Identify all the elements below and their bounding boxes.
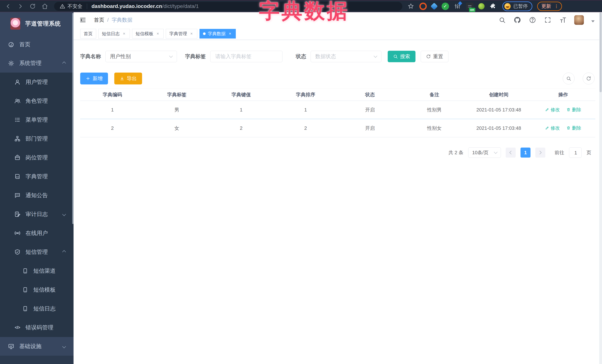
bookmark-star-icon[interactable] (407, 3, 415, 10)
scrollbar-thumb[interactable] (600, 13, 602, 92)
warning-icon (60, 3, 65, 9)
export-button-label: 导出 (127, 75, 137, 82)
extension-on-switch-icon[interactable]: on (466, 3, 473, 10)
sidebar-item-dict-mgmt[interactable]: 字典管理 (0, 167, 74, 186)
close-icon[interactable]: × (122, 31, 126, 36)
dict-label-input[interactable] (215, 53, 278, 60)
current-page[interactable]: 1 (520, 147, 530, 157)
add-button[interactable]: 新增 (80, 73, 108, 84)
tab-dict-mgmt[interactable]: 字典管理 × (166, 29, 197, 39)
security-label: 不安全 (67, 3, 82, 10)
download-icon (120, 76, 124, 81)
close-icon[interactable]: × (189, 31, 194, 36)
hide-search-button[interactable] (563, 73, 575, 84)
sidebar-item-sms-template[interactable]: 短信模板 (0, 280, 74, 299)
sidebar-item-label: 通知公告 (26, 192, 48, 199)
breadcrumb-current: 字典数据 (112, 16, 132, 23)
close-icon[interactable]: × (156, 31, 160, 36)
export-button[interactable]: 导出 (114, 73, 142, 84)
sidebar-item-label: 角色管理 (26, 97, 48, 105)
prev-page-button[interactable] (506, 147, 516, 157)
close-icon[interactable]: × (228, 31, 232, 36)
sidebar-item-dept-mgmt[interactable]: 部门管理 (0, 129, 74, 148)
edit-link[interactable]: 修改 (545, 125, 560, 131)
sidebar-item-user-mgmt[interactable]: 用户管理 (0, 73, 74, 92)
user-avatar[interactable] (574, 15, 584, 25)
security-status[interactable]: 不安全 (60, 3, 82, 10)
search-icon[interactable] (498, 16, 506, 24)
status-select[interactable]: 数据状态 (311, 51, 381, 62)
sidebar-item-role-mgmt[interactable]: 角色管理 (0, 92, 74, 110)
tab-sms-template[interactable]: 短信模板 × (132, 29, 163, 39)
sidebar-collapse-button[interactable] (79, 16, 87, 24)
sidebar-item-label: 字典管理 (26, 173, 48, 180)
chevron-up-icon (62, 250, 66, 254)
system-submenu: 用户管理 角色管理 菜单管理 (0, 73, 74, 337)
cell-code: 2 (80, 119, 145, 137)
browser-reload-button[interactable] (29, 2, 37, 10)
help-icon[interactable] (529, 16, 537, 24)
breadcrumb-home[interactable]: 首页 (94, 16, 104, 23)
browser-update-button[interactable]: 更新 (537, 2, 562, 11)
sidebar-item-post-mgmt[interactable]: 岗位管理 (0, 148, 74, 167)
address-bar[interactable]: 不安全 dashboard.yudao.iocoder.cn/dict/type… (54, 2, 402, 11)
tab-sms-log[interactable]: 短信日志 × (98, 29, 130, 39)
sidebar-item-sms-mgmt[interactable]: 短信管理 (0, 242, 74, 261)
sidebar-item-sms-log[interactable]: 短信日志 (0, 299, 74, 318)
sidebar-item-sms-channel[interactable]: 短信渠道 (0, 261, 74, 280)
app-title: 芋道管理系统 (25, 20, 61, 28)
goto-page-input[interactable] (569, 147, 582, 158)
next-page-button[interactable] (535, 147, 545, 157)
reset-button[interactable]: 重置 (421, 51, 448, 62)
dict-data-table: 字典编码 字典标签 字典键值 字典排序 状态 备注 创建时间 操作 1 (80, 89, 595, 137)
search-button-label: 搜索 (400, 53, 410, 60)
fullscreen-icon[interactable] (544, 16, 552, 24)
page-size-select[interactable]: 10条/页 (468, 147, 501, 158)
browser-back-button[interactable] (4, 2, 12, 10)
sidebar-item-online-users[interactable]: 在线用户 (0, 224, 74, 242)
profile-paused-chip[interactable]: 已暂停 (502, 1, 532, 11)
kebab-menu-icon[interactable] (554, 4, 559, 9)
tab-home[interactable]: 首页 (80, 29, 96, 39)
extensions-puzzle-icon[interactable] (489, 3, 497, 10)
page-scrollbar[interactable] (599, 12, 602, 364)
extension-green-check-icon[interactable]: ✓ (441, 3, 449, 10)
chevron-down-icon (169, 54, 173, 58)
url-text: dashboard.yudao.iocoder.cn/dict/type/dat… (92, 3, 199, 9)
cell-remark: 性别男 (402, 101, 467, 119)
tab-dict-data[interactable]: 字典数据 × (200, 29, 236, 39)
table-row[interactable]: 2 女 2 2 开启 性别女 2021-01-05 17:03:48 修改 (80, 119, 595, 137)
sidebar-item-system[interactable]: 系统管理 (0, 54, 74, 73)
cell-actions: 修改 删除 (531, 119, 595, 137)
extension-blue-gem-icon[interactable] (430, 3, 438, 10)
extension-green-sprout-icon[interactable] (478, 3, 484, 10)
table-row[interactable]: 1 男 1 1 开启 性别男 2021-01-05 17:03:48 修改 (80, 101, 595, 119)
app-logo-row[interactable]: 芋道管理系统 (0, 12, 74, 35)
caret-down-icon[interactable] (591, 20, 595, 22)
github-icon[interactable] (514, 16, 521, 24)
dict-name-select[interactable]: 用户性别 (105, 51, 177, 62)
font-size-icon[interactable] (559, 16, 567, 24)
refresh-table-button[interactable] (583, 73, 595, 84)
delete-link[interactable]: 删除 (566, 107, 581, 113)
browser-forward-button[interactable] (16, 2, 24, 10)
extension-sliders-icon[interactable] (454, 3, 461, 10)
sidebar-item-error-code[interactable]: </> 错误码管理 (0, 318, 74, 337)
search-button[interactable]: 搜索 (388, 51, 416, 62)
sidebar-item-audit-log[interactable]: 审计日志 (0, 205, 74, 224)
url-path: /dict/type/data/1 (162, 3, 199, 9)
sidebar-item-infrastructure[interactable]: 基础设施 (0, 337, 74, 356)
col-dict-code: 字典编码 (80, 89, 145, 101)
sidebar-item-menu-mgmt[interactable]: 菜单管理 (0, 110, 74, 129)
sidebar-item-home[interactable]: 首页 (0, 35, 74, 54)
browser-home-button[interactable] (41, 2, 49, 10)
sidebar-scrollbar[interactable] (72, 13, 74, 224)
delete-link[interactable]: 删除 (566, 125, 581, 131)
sidebar-item-label: 短信管理 (26, 248, 48, 256)
extension-orange-ring-icon[interactable] (419, 3, 427, 10)
edit-link[interactable]: 修改 (545, 107, 560, 113)
tab-label: 短信模板 (136, 31, 153, 37)
goto-page-input-wrap (569, 147, 582, 158)
sidebar-item-notice[interactable]: 通知公告 (0, 186, 74, 205)
users-icon (14, 98, 21, 104)
